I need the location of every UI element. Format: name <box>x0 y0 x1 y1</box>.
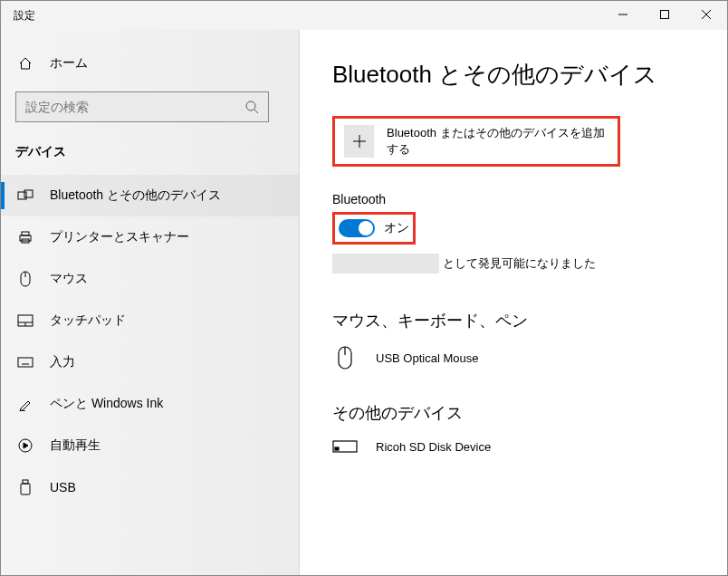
maximize-icon <box>660 10 669 19</box>
device-name: Ricoh SD Disk Device <box>376 440 491 454</box>
pen-icon <box>17 397 34 411</box>
sidebar-item-autoplay[interactable]: 自動再生 <box>1 425 299 466</box>
sidebar-item-label: USB <box>50 480 76 494</box>
titlebar: 設定 <box>1 1 727 30</box>
window-controls <box>602 1 727 28</box>
main-panel: Bluetooth とその他のデバイス Bluetooth またはその他のデバイ… <box>300 30 727 575</box>
window-title: 設定 <box>1 1 35 24</box>
device-row[interactable]: Ricoh SD Disk Device <box>332 438 700 455</box>
minimize-icon <box>618 10 627 19</box>
plus-icon <box>344 125 374 158</box>
bluetooth-header: Bluetooth <box>332 192 700 206</box>
svg-line-5 <box>254 110 258 113</box>
discoverable-text: として発見可能になりました <box>443 255 596 272</box>
autoplay-icon <box>17 438 34 453</box>
add-device-label: Bluetooth またはその他のデバイスを追加する <box>387 125 608 158</box>
touchpad-icon <box>17 314 34 327</box>
sidebar-item-label: タッチパッド <box>50 312 126 329</box>
bluetooth-toggle-label: オン <box>384 220 409 236</box>
svg-rect-16 <box>18 358 33 367</box>
home-nav[interactable]: ホーム <box>1 48 299 79</box>
sidebar-item-usb[interactable]: USB <box>1 466 299 508</box>
svg-rect-23 <box>23 480 28 484</box>
page-title: Bluetooth とその他のデバイス <box>332 59 700 91</box>
svg-rect-6 <box>18 192 26 199</box>
device-name: USB Optical Mouse <box>376 351 478 365</box>
home-label: ホーム <box>50 55 88 72</box>
sidebar-item-label: マウス <box>50 271 88 287</box>
sidebar-item-label: Bluetooth とその他のデバイス <box>50 187 221 204</box>
maximize-button[interactable] <box>644 1 685 28</box>
search-wrap <box>1 79 299 135</box>
sidebar-item-label: 入力 <box>50 354 75 370</box>
search-input[interactable] <box>25 100 244 114</box>
group-title-other: その他のデバイス <box>332 402 700 424</box>
keyboard-icon <box>17 357 34 368</box>
content-area: ホーム デバイス Bluetooth とその他のデバイス <box>1 30 727 575</box>
close-icon <box>702 10 711 19</box>
sidebar: ホーム デバイス Bluetooth とその他のデバイス <box>1 30 300 575</box>
close-button[interactable] <box>685 1 727 28</box>
svg-rect-24 <box>21 484 30 494</box>
device-name-redacted <box>332 254 439 274</box>
svg-rect-1 <box>661 11 669 19</box>
svg-point-4 <box>246 101 255 110</box>
toggle-knob <box>359 221 373 235</box>
mouse-device-icon <box>332 346 358 370</box>
device-row[interactable]: USB Optical Mouse <box>332 346 700 370</box>
sidebar-section-label: デバイス <box>1 135 299 175</box>
sidebar-item-label: 自動再生 <box>50 437 101 454</box>
sidebar-item-label: ペンと Windows Ink <box>50 396 163 412</box>
sidebar-item-touchpad[interactable]: タッチパッド <box>1 300 299 341</box>
search-box[interactable] <box>15 91 269 122</box>
sidebar-item-pen[interactable]: ペンと Windows Ink <box>1 383 299 425</box>
bluetooth-devices-icon <box>17 188 34 203</box>
mouse-icon <box>17 271 34 287</box>
sidebar-item-typing[interactable]: 入力 <box>1 341 299 383</box>
usb-icon <box>17 479 34 495</box>
add-device-button[interactable]: Bluetooth またはその他のデバイスを追加する <box>332 116 620 167</box>
group-title-mkp: マウス、キーボード、ペン <box>332 310 700 331</box>
minimize-button[interactable] <box>602 1 644 28</box>
home-icon <box>17 56 34 71</box>
settings-window: 設定 ホーム <box>0 0 728 576</box>
bluetooth-toggle[interactable] <box>339 219 375 237</box>
storage-device-icon <box>332 438 358 455</box>
printer-icon <box>17 230 34 245</box>
discoverable-row: として発見可能になりました <box>332 254 700 274</box>
svg-rect-9 <box>22 232 29 235</box>
nav-list: Bluetooth とその他のデバイス プリンターとスキャナー マウス <box>1 175 299 508</box>
sidebar-item-label: プリンターとスキャナー <box>50 229 189 245</box>
sidebar-item-printers[interactable]: プリンターとスキャナー <box>1 216 299 258</box>
sidebar-item-bluetooth[interactable]: Bluetooth とその他のデバイス <box>1 175 299 216</box>
svg-rect-30 <box>335 447 339 450</box>
bluetooth-toggle-row: オン <box>332 212 416 245</box>
svg-rect-7 <box>24 190 33 197</box>
sidebar-item-mouse[interactable]: マウス <box>1 258 299 300</box>
search-icon <box>244 100 259 114</box>
